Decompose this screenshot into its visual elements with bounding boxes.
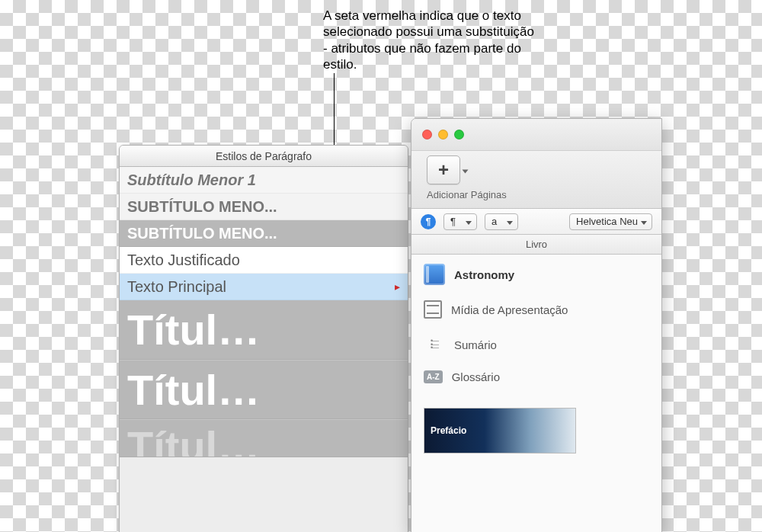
- plus-icon: +: [438, 159, 449, 181]
- show-invisibles-button[interactable]: ¶: [421, 214, 436, 229]
- toolbar: + Adicionar Páginas: [411, 151, 661, 209]
- style-row-label: Títul…: [127, 421, 260, 457]
- paragraph-styles-panel: Estilos de Parágrafo Subtítulo Menor 1 S…: [119, 145, 408, 532]
- paragraph-style-combo[interactable]: ¶: [443, 213, 477, 230]
- combo-value: ¶: [450, 216, 456, 227]
- style-row-subtitulo-meno-a[interactable]: SUBTÍTULO MENO...: [120, 194, 408, 220]
- window-titlebar: [411, 119, 661, 151]
- window-zoom-button[interactable]: [454, 130, 464, 139]
- style-row-label: Texto Justificado: [127, 252, 240, 269]
- outline-item-label: Sumário: [454, 338, 497, 351]
- combo-value: Helvetica Neu: [576, 216, 638, 227]
- combo-value: a: [491, 216, 497, 227]
- list-icon: •—•—•—: [424, 334, 445, 355]
- style-row-label: SUBTÍTULO MENO...: [127, 198, 277, 216]
- ibooks-author-window: + Adicionar Páginas ¶ ¶ a Helvetica Neu …: [411, 118, 662, 532]
- style-row-titulo-1[interactable]: Títul…: [120, 300, 408, 360]
- style-row-titulo-2[interactable]: Títul…: [120, 360, 408, 419]
- outline-item-toc[interactable]: •—•—•— Sumário: [424, 334, 649, 355]
- window-minimize-button[interactable]: [438, 130, 448, 139]
- style-row-titulo-3[interactable]: Títul…: [120, 419, 408, 457]
- add-pages-label: Adicionar Páginas: [427, 189, 646, 200]
- outline-item-label: Mídia de Apresentação: [451, 303, 568, 316]
- page-thumbnail-label: Prefácio: [431, 425, 466, 436]
- style-row-label: SUBTÍTULO MENO...: [127, 225, 277, 242]
- outline-item-glossary[interactable]: A-Z Glossário: [424, 370, 649, 383]
- style-row-label: Títul…: [127, 305, 260, 354]
- outline-item-book[interactable]: Astronomy: [424, 264, 649, 285]
- style-row-subtitulo-menor-1[interactable]: Subtítulo Menor 1: [120, 167, 408, 194]
- paragraph-styles-title: Estilos de Parágrafo: [120, 146, 408, 167]
- book-icon: [424, 264, 445, 285]
- style-row-label: Subtítulo Menor 1: [127, 171, 256, 189]
- style-row-texto-principal[interactable]: Texto Principal ▸: [120, 274, 408, 300]
- outline-item-media[interactable]: Mídia de Apresentação: [424, 300, 649, 319]
- add-pages-button[interactable]: +: [427, 155, 460, 184]
- style-row-subtitulo-meno-b[interactable]: SUBTÍTULO MENO...: [120, 220, 408, 247]
- pilcrow-icon: ¶: [426, 216, 431, 227]
- callout-text: A seta vermelha indica que o texto selec…: [323, 8, 536, 72]
- style-override-indicator-icon: ▸: [395, 280, 400, 293]
- window-close-button[interactable]: [422, 130, 432, 139]
- outline-item-label: Astronomy: [454, 268, 514, 281]
- style-row-label: Títul…: [127, 365, 260, 415]
- page-thumbnail-prefacio[interactable]: Prefácio: [424, 408, 576, 453]
- font-family-combo[interactable]: Helvetica Neu: [569, 213, 652, 230]
- style-row-label: Texto Principal: [127, 278, 226, 296]
- format-bar: ¶ ¶ a Helvetica Neu: [411, 209, 661, 235]
- filmstrip-icon: [424, 300, 442, 319]
- book-section-header: Livro: [411, 235, 661, 255]
- outline-item-label: Glossário: [452, 370, 500, 383]
- character-style-combo[interactable]: a: [485, 213, 518, 230]
- book-outline: Astronomy Mídia de Apresentação •—•—•— S…: [411, 255, 661, 393]
- a-z-icon: A-Z: [424, 370, 443, 383]
- style-row-texto-justificado[interactable]: Texto Justificado: [120, 247, 408, 274]
